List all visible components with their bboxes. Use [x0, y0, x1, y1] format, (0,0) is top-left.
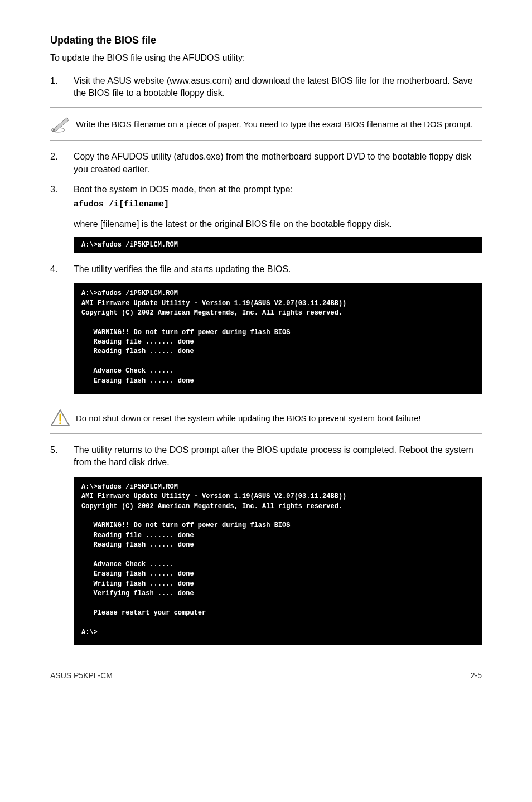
- intro-text: To update the BIOS file using the AFUDOS…: [50, 52, 482, 64]
- svg-point-5: [59, 422, 61, 424]
- warning-icon: [50, 409, 76, 427]
- command-text: afudos /i[filename]: [74, 199, 482, 210]
- step-text: Visit the ASUS website (www.asus.com) an…: [74, 75, 482, 100]
- where-text: where [filename] is the latest or the or…: [74, 218, 482, 230]
- footer-product: ASUS P5KPL-CM: [50, 670, 113, 682]
- warning-text: Do not shut down or reset the system whi…: [76, 412, 482, 424]
- svg-marker-1: [54, 118, 69, 131]
- page-footer: ASUS P5KPL-CM 2-5: [50, 668, 482, 682]
- step-text: Copy the AFUDOS utility (afudos.exe) fro…: [74, 151, 482, 176]
- step-3: 3. Boot the system in DOS mode, then at …: [50, 183, 482, 210]
- footer-page-number: 2-5: [471, 670, 482, 682]
- terminal-output-2: A:\>afudos /iP5KPLCM.ROM AMI Firmware Up…: [74, 283, 482, 394]
- step-1: 1. Visit the ASUS website (www.asus.com)…: [50, 75, 482, 100]
- section-heading: Updating the BIOS file: [50, 33, 482, 47]
- step-number: 4.: [50, 263, 74, 276]
- step-4: 4. The utility verifies the file and sta…: [50, 263, 482, 276]
- note-box: Write the BIOS filename on a piece of pa…: [50, 107, 482, 141]
- step-5: 5. The utility returns to the DOS prompt…: [50, 444, 482, 469]
- step-number: 1.: [50, 75, 74, 100]
- step-number: 3.: [50, 183, 74, 210]
- terminal-output-3: A:\>afudos /iP5KPLCM.ROM AMI Firmware Up…: [74, 477, 482, 645]
- step-text: The utility verifies the file and starts…: [74, 263, 482, 276]
- step-text: Boot the system in DOS mode, then at the…: [74, 183, 482, 196]
- pencil-icon: [50, 114, 76, 133]
- step-text: The utility returns to the DOS prompt af…: [74, 444, 482, 469]
- step-number: 5.: [50, 444, 74, 469]
- note-text: Write the BIOS filename on a piece of pa…: [76, 118, 482, 130]
- step-2: 2. Copy the AFUDOS utility (afudos.exe) …: [50, 151, 482, 176]
- step-number: 2.: [50, 151, 74, 176]
- warning-box: Do not shut down or reset the system whi…: [50, 402, 482, 434]
- terminal-output-1: A:\>afudos /iP5KPLCM.ROM: [74, 237, 482, 253]
